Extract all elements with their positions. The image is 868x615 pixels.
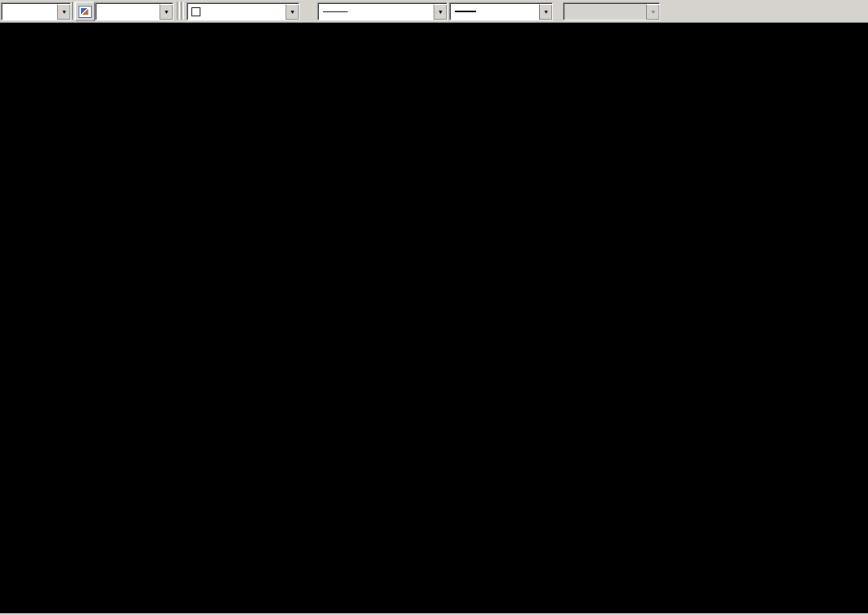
plot-style-combobox: ▼ [563, 2, 660, 20]
object-properties-toolbar: ▼ ▼ ▼ ▼ ▼ ▼ [0, 0, 868, 23]
text-style-icon [79, 6, 92, 18]
color-swatch-icon [191, 7, 200, 16]
toolbar-separator [181, 2, 184, 20]
chevron-down-icon[interactable]: ▼ [160, 4, 173, 20]
lineweight-combobox[interactable]: ▼ [449, 2, 553, 20]
chevron-down-icon[interactable]: ▼ [539, 4, 552, 20]
text-style-combobox[interactable]: ▼ [95, 2, 173, 20]
dim-style-combobox[interactable]: ▼ [1, 2, 71, 20]
cad-application-window: ▼ ▼ ▼ ▼ ▼ ▼ [0, 0, 868, 615]
drawing-canvas[interactable] [0, 23, 868, 615]
linetype-sample-icon [323, 11, 348, 12]
chevron-down-icon[interactable]: ▼ [434, 4, 447, 20]
linetype-combobox[interactable]: ▼ [317, 2, 447, 20]
chevron-down-icon[interactable]: ▼ [57, 4, 70, 20]
lineweight-sample-icon [455, 11, 476, 12]
chevron-down-icon: ▼ [646, 4, 659, 20]
text-style-button[interactable] [75, 2, 95, 21]
chevron-down-icon[interactable]: ▼ [286, 4, 299, 20]
color-combobox[interactable]: ▼ [187, 2, 299, 20]
toolbar-separator [177, 2, 180, 20]
